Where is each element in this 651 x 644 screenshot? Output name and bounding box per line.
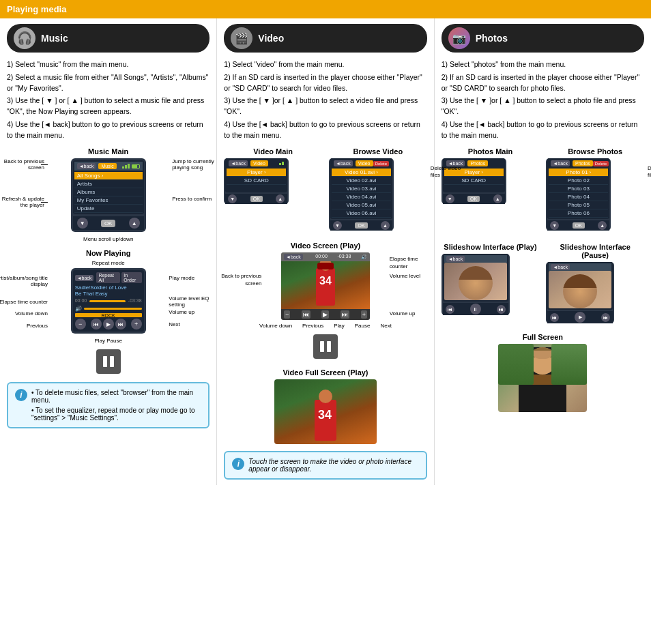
video-screen-title: Video Screen (Play) <box>224 241 426 250</box>
label-back-prev-video: Back to previous screen <box>217 273 261 287</box>
bv-back-btn[interactable]: ◄back <box>334 160 353 166</box>
device-down-btn[interactable]: ▼ <box>77 218 88 229</box>
video-pause-button[interactable] <box>313 334 338 359</box>
np-play-btn[interactable]: ▶ <box>103 319 114 330</box>
bp-photo06[interactable]: Photo 06 <box>549 209 608 218</box>
vs-back-btn[interactable]: ◄back <box>284 254 303 260</box>
menu-artists[interactable]: Artists <box>74 180 143 188</box>
label-elapse-time: Elapse time counter <box>0 299 48 305</box>
video-title: Video <box>258 33 284 44</box>
np-minus-btn[interactable]: − <box>75 319 86 330</box>
sp-pause-btn[interactable]: ⏸ <box>470 304 481 314</box>
bp-photo02[interactable]: Photo 02 <box>549 177 608 185</box>
vm-down-btn[interactable]: ▼ <box>228 194 237 203</box>
video-screen-section: Video Screen (Play) Back to previous scr… <box>224 241 426 362</box>
music-step-2: 2) Select a music file from either "All … <box>7 72 209 94</box>
music-steps: 1) Select "music" from the main menu. 2)… <box>7 59 209 141</box>
bp-photos-tab: Photos <box>573 160 593 166</box>
pause-button-large[interactable] <box>96 349 121 374</box>
vm-ok-btn[interactable]: OK <box>250 196 263 202</box>
bv-video-tab: Video <box>356 160 373 166</box>
sp-next-btn[interactable]: ⏭ <box>497 305 506 314</box>
pm-photos-tab: Photos <box>467 160 488 166</box>
bv-video02[interactable]: Video 02.avi <box>332 177 391 185</box>
photos-step-2: 2) If an SD card is inserted in the play… <box>442 72 644 94</box>
np-plus-btn[interactable]: + <box>131 319 142 330</box>
label-elapse-counter: Elapse time counter <box>390 256 437 270</box>
bv-ok-btn[interactable]: OK <box>355 222 367 229</box>
bp-photo01[interactable]: Photo 01 › <box>549 169 608 177</box>
menu-all-songs[interactable]: All Songs › <box>74 172 143 180</box>
video-info-icon: i <box>232 458 244 470</box>
bp-photo05[interactable]: Photo 05 <box>549 201 608 209</box>
pm-ok-btn[interactable]: OK <box>467 196 480 202</box>
menu-albums[interactable]: Albums <box>74 188 143 196</box>
vs-plus-btn[interactable]: + <box>361 310 367 319</box>
vs-prev-btn[interactable]: ⏮ <box>302 310 310 319</box>
bp-back-btn[interactable]: ◄back <box>551 160 570 166</box>
label-pause-video: Pause <box>355 323 371 329</box>
video-step-3: 3) Use the [ ▼ ]or [ ▲ ] button to selec… <box>224 96 426 117</box>
music-step-3: 3) Use the [ ▼ ] or [ ▲ ] button to sele… <box>7 96 209 117</box>
vs-next-btn[interactable]: ⏭ <box>341 310 349 319</box>
pm-up-btn[interactable]: ▲ <box>493 194 502 203</box>
browse-video-title: Browse Video <box>329 147 427 156</box>
bv-down-btn[interactable]: ▼ <box>333 221 342 230</box>
bp-down-btn[interactable]: ▼ <box>550 221 559 230</box>
bv-video01[interactable]: Video 01.avi › <box>332 169 391 177</box>
np-back-btn[interactable]: ◄back <box>75 275 94 281</box>
photos-icon: 📷 <box>448 27 470 49</box>
spu-play-btn[interactable]: ▶ <box>575 312 585 323</box>
video-main-device: ◄back Video Player › SD CARD <box>224 158 289 204</box>
music-section-header: 🎧 Music <box>7 24 209 53</box>
sp-prev-btn[interactable]: ⏮ <box>446 305 454 314</box>
bp-photo03[interactable]: Photo 03 <box>549 185 608 193</box>
main-content: 🎧 Music 1) Select "music" from the main … <box>0 18 651 485</box>
bp-delete-btn[interactable]: Delete <box>593 161 609 166</box>
vs-time-elapsed: 00:00 <box>315 254 328 260</box>
bv-up-btn[interactable]: ▲ <box>381 221 390 230</box>
device-ok-btn[interactable]: OK <box>101 220 116 227</box>
bv-delete-btn[interactable]: Delete <box>373 161 389 166</box>
vs-minus-btn[interactable]: − <box>284 310 290 319</box>
np-repeat-btn[interactable]: Repeat All <box>96 272 120 283</box>
video-step-2: 2) If an SD card is inserted in the play… <box>224 72 426 94</box>
np-next-btn[interactable]: ⏭ <box>115 319 126 330</box>
photos-steps: 1) Select "photos" from the main menu. 2… <box>442 59 644 141</box>
menu-my-favorites[interactable]: My Favorites <box>74 196 143 205</box>
np-order-btn[interactable]: In Order <box>121 272 141 283</box>
spu-back-btn[interactable]: ◄back <box>551 264 570 270</box>
info-icon: i <box>15 389 27 401</box>
vm-up-btn[interactable]: ▲ <box>276 194 285 203</box>
now-playing-device: ◄back Repeat All In Order Sadie/Soldier … <box>71 268 146 334</box>
vm-sdcard-item[interactable]: SD CARD <box>227 177 286 185</box>
bp-ok-btn[interactable]: OK <box>573 222 585 229</box>
bp-photo04[interactable]: Photo 04 <box>549 193 608 201</box>
bv-video04[interactable]: Video 04.avi <box>332 193 391 201</box>
np-progress: 00:00 -03:38 <box>75 298 142 304</box>
music-main-device: ◄back Music All Songs › <box>71 158 146 232</box>
bv-video06[interactable]: Video 06.avi <box>332 209 391 218</box>
spu-prev-btn[interactable]: ⏮ <box>550 313 559 322</box>
vm-back-btn[interactable]: ◄back <box>229 160 248 166</box>
sp-back-btn[interactable]: ◄back <box>446 256 465 262</box>
vm-player-item[interactable]: Player › <box>227 169 286 177</box>
bv-video05[interactable]: Video 05.avi <box>332 201 391 209</box>
vs-play-btn[interactable]: ▶ <box>321 310 329 319</box>
info-bullet-1: • To delete music files, select "browser… <box>31 389 201 404</box>
device-up-btn[interactable]: ▲ <box>129 218 140 229</box>
fullscreen-image <box>498 344 587 412</box>
bv-video03[interactable]: Video 03.avi <box>332 185 391 193</box>
spu-next-btn[interactable]: ⏭ <box>601 313 610 322</box>
bp-up-btn[interactable]: ▲ <box>598 221 607 230</box>
page-title: Playing media <box>0 0 651 18</box>
vs-volume: 🔊 <box>361 254 367 260</box>
menu-update[interactable]: Update <box>74 205 143 213</box>
photos-column: 📷 Photos 1) Select "photos" from the mai… <box>435 18 651 485</box>
label-vol-down-video: Volume down <box>259 323 292 329</box>
pm-down-btn[interactable]: ▼ <box>446 194 454 203</box>
device-back-btn[interactable]: ◄back <box>77 163 96 169</box>
np-prev-btn[interactable]: ⏮ <box>91 319 102 330</box>
video-step-1: 1) Select "video" from the main menu. <box>224 59 426 70</box>
label-previous-video: Previous <box>302 323 323 329</box>
